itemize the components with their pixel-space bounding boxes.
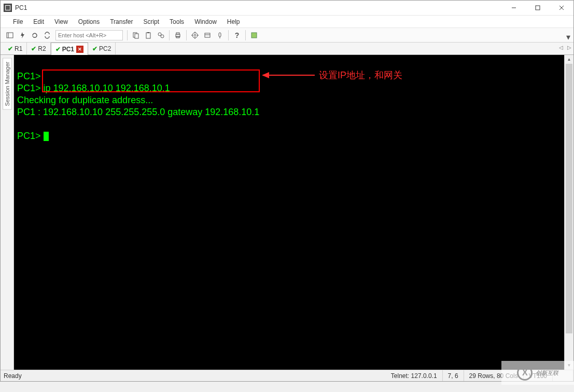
tab-scroll: ◁ ▷	[559, 45, 571, 50]
annotation-text: 设置IP地址，和网关	[319, 69, 402, 81]
menu-help[interactable]: Help	[222, 17, 245, 27]
window-controls	[502, 1, 573, 16]
tab-r2[interactable]: ✔R2	[27, 43, 50, 54]
svg-rect-4	[7, 33, 13, 38]
close-button[interactable]	[550, 1, 573, 16]
disconnect-icon[interactable]	[41, 30, 53, 41]
minimize-button[interactable]	[502, 1, 526, 16]
scroll-down-icon[interactable]: ▼	[565, 361, 573, 370]
session-options-icon[interactable]	[202, 30, 213, 41]
check-icon: ✔	[92, 45, 97, 52]
menu-file[interactable]: File	[8, 17, 28, 27]
arrow-head-icon	[262, 72, 269, 78]
status-ready: Ready	[1, 372, 386, 380]
tab-label: PC2	[99, 45, 111, 52]
check-icon: ✔	[8, 45, 13, 52]
tab-label: R1	[15, 45, 22, 52]
terminal-line: Checking for duplicate address...	[17, 95, 153, 105]
maximize-button[interactable]	[526, 1, 550, 16]
toolbar-separator	[228, 30, 229, 40]
check-icon: ✔	[55, 46, 61, 53]
svg-rect-9	[147, 32, 149, 33]
menu-options[interactable]: Options	[73, 17, 105, 27]
toolbar-separator	[245, 30, 246, 40]
arrow-line	[268, 75, 315, 76]
app-window: PC1 File Edit View Options Transfer Scri…	[0, 0, 574, 382]
terminal-line: PC1>	[17, 131, 44, 141]
check-icon: ✔	[31, 45, 36, 52]
settings-icon[interactable]	[189, 30, 201, 41]
menu-view[interactable]: View	[49, 17, 73, 27]
svg-rect-25	[251, 33, 257, 38]
svg-point-16	[194, 34, 196, 36]
terminal-wrap: PC1> PC1> ip 192.168.10.10 192.168.10.1 …	[14, 55, 565, 370]
window-title: PC1	[15, 4, 27, 11]
status-emulation: VT100	[524, 370, 553, 381]
menu-script[interactable]: Script	[138, 17, 164, 27]
tab-label: PC1	[62, 46, 74, 53]
terminal-cursor	[44, 132, 49, 141]
menu-transfer[interactable]: Transfer	[105, 17, 138, 27]
status-size: 29 Rows, 80 Cols	[464, 370, 524, 381]
tab-pc2[interactable]: ✔PC2	[88, 43, 116, 54]
tab-pc1[interactable]: ✔PC1✕	[51, 43, 88, 55]
print-icon[interactable]	[172, 30, 184, 41]
terminal-line: PC1 : 192.168.10.10 255.255.255.0 gatewa…	[17, 107, 259, 117]
app-icon	[4, 4, 12, 12]
tab-label: R2	[38, 45, 46, 52]
scroll-thumb[interactable]	[566, 64, 572, 333]
copy-icon[interactable]	[130, 30, 142, 41]
session-tabs: ✔R1 ✔R2 ✔PC1✕ ✔PC2 ◁ ▷	[1, 43, 573, 55]
help-icon[interactable]: ?	[231, 30, 243, 41]
close-tab-icon[interactable]: ✕	[76, 46, 83, 53]
menu-tools[interactable]: Tools	[164, 17, 189, 27]
menubar: File Edit View Options Transfer Script T…	[1, 16, 573, 28]
menu-edit[interactable]: Edit	[28, 17, 49, 27]
tab-r1[interactable]: ✔R1	[4, 43, 27, 54]
reconnect-icon[interactable]	[29, 30, 40, 41]
session-manager-icon[interactable]	[4, 30, 16, 41]
host-input[interactable]	[55, 30, 123, 40]
toolbar-separator	[186, 30, 187, 40]
svg-rect-1	[536, 6, 540, 10]
scroll-track[interactable]	[565, 64, 573, 361]
toolbar-separator	[127, 30, 128, 40]
terminal-line: PC1> ip 192.168.10.10 192.168.10.1	[17, 83, 170, 93]
svg-rect-21	[205, 33, 210, 37]
about-icon[interactable]	[248, 30, 260, 41]
quick-connect-icon[interactable]	[17, 30, 28, 41]
svg-rect-23	[219, 33, 221, 37]
paste-icon[interactable]	[143, 30, 154, 41]
find-icon[interactable]	[155, 30, 166, 41]
svg-point-15	[192, 33, 198, 38]
session-manager-tab[interactable]: Session Manager	[3, 58, 12, 110]
toolbar-separator	[169, 30, 170, 40]
tab-scroll-right-icon[interactable]: ▷	[567, 45, 571, 50]
vertical-scrollbar[interactable]: ▲ ▼	[565, 55, 573, 370]
status-spacer	[553, 370, 573, 381]
svg-point-11	[161, 35, 164, 38]
toolbar: ? ▾	[1, 28, 573, 43]
sidebar: Session Manager	[1, 55, 14, 370]
scroll-up-icon[interactable]: ▲	[565, 55, 573, 64]
main-area: Session Manager PC1> PC1> ip 192.168.10.…	[1, 55, 573, 370]
keymap-icon[interactable]	[214, 30, 226, 41]
tab-scroll-left-icon[interactable]: ◁	[559, 45, 563, 50]
statusbar: Ready Telnet: 127.0.0.1 7, 6 29 Rows, 80…	[1, 370, 573, 381]
status-cursor: 7, 6	[443, 370, 464, 381]
terminal[interactable]: PC1> PC1> ip 192.168.10.10 192.168.10.1 …	[14, 55, 564, 370]
toolbar-overflow-icon[interactable]: ▾	[566, 32, 571, 37]
menu-window[interactable]: Window	[189, 17, 222, 27]
svg-rect-7	[135, 34, 138, 38]
titlebar: PC1	[1, 1, 573, 16]
terminal-line: PC1>	[17, 71, 41, 81]
svg-rect-13	[176, 33, 179, 34]
status-connection: Telnet: 127.0.0.1	[386, 370, 443, 381]
svg-rect-8	[146, 33, 150, 38]
